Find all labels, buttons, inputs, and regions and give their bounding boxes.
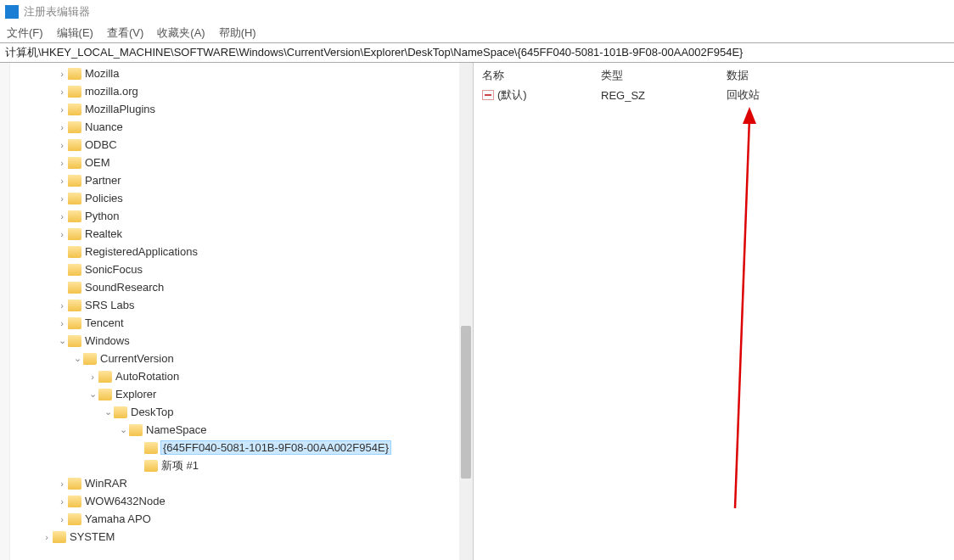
value-row[interactable]: (默认) REG_SZ 回收站 xyxy=(482,87,954,104)
tree-node[interactable]: CurrentVersion xyxy=(10,350,459,367)
value-type: REG_SZ xyxy=(601,89,727,102)
tree-node[interactable]: DeskTop xyxy=(10,403,459,421)
folder-icon xyxy=(68,68,81,80)
chevron-icon[interactable] xyxy=(56,318,68,328)
tree-label: MozillaPlugins xyxy=(85,103,155,115)
col-type[interactable]: 类型 xyxy=(601,68,727,83)
folder-icon xyxy=(144,460,158,472)
tree-node[interactable]: Mozilla xyxy=(10,64,459,82)
tree-label: DeskTop xyxy=(131,406,174,418)
chevron-icon[interactable] xyxy=(56,496,68,507)
chevron-icon[interactable] xyxy=(71,353,83,364)
chevron-icon[interactable] xyxy=(87,389,98,400)
titlebar: 注册表编辑器 xyxy=(0,0,954,24)
tree-node[interactable]: SRS Labs xyxy=(10,296,459,314)
menu-favorites[interactable]: 收藏夹(A) xyxy=(157,25,205,41)
chevron-icon[interactable] xyxy=(56,122,68,132)
folder-icon xyxy=(144,442,158,454)
chevron-icon[interactable] xyxy=(56,479,68,489)
chevron-icon[interactable] xyxy=(56,229,68,239)
address-bar[interactable]: 计算机\HKEY_LOCAL_MACHINE\SOFTWARE\Windows\… xyxy=(0,42,954,63)
folder-icon xyxy=(68,121,81,133)
chevron-icon[interactable] xyxy=(56,104,68,115)
tree-node[interactable]: SoundResearch xyxy=(10,278,459,296)
chevron-icon[interactable] xyxy=(56,176,68,186)
folder-icon xyxy=(68,496,81,507)
tree-node[interactable]: NameSpace xyxy=(10,421,459,439)
chevron-icon[interactable] xyxy=(41,532,53,542)
tree-node[interactable]: Partner xyxy=(10,171,459,189)
chevron-icon[interactable] xyxy=(56,69,68,79)
tree-gutter xyxy=(0,63,10,560)
folder-icon xyxy=(68,264,81,276)
chevron-icon[interactable] xyxy=(56,514,68,524)
col-data[interactable]: 数据 xyxy=(727,68,749,83)
tree-node[interactable]: Windows xyxy=(10,332,459,350)
tree-node[interactable]: Nuance xyxy=(10,118,459,136)
values-panel: 名称 类型 数据 (默认) REG_SZ 回收站 xyxy=(474,63,954,560)
tree-label: WinRAR xyxy=(85,477,127,490)
tree-label: {645FF040-5081-101B-9F08-00AA002F954E} xyxy=(161,441,390,454)
tree-node[interactable]: Policies xyxy=(10,189,459,207)
tree-label: WOW6432Node xyxy=(85,495,166,507)
chevron-icon[interactable] xyxy=(56,140,68,150)
tree-scrollbar[interactable] xyxy=(459,63,473,560)
tree-label: 新项 #1 xyxy=(161,458,199,473)
app-icon xyxy=(5,5,19,19)
tree-node[interactable]: mozilla.org xyxy=(10,82,459,100)
chevron-icon[interactable] xyxy=(102,406,114,417)
tree-node[interactable]: OEM xyxy=(10,154,459,171)
tree-label: Policies xyxy=(85,192,123,204)
chevron-icon[interactable] xyxy=(56,87,68,97)
menu-edit[interactable]: 编辑(E) xyxy=(57,25,93,41)
tree-node[interactable]: MozillaPlugins xyxy=(10,100,459,118)
folder-icon xyxy=(68,246,81,258)
tree-node[interactable]: Explorer xyxy=(10,385,459,403)
menu-view[interactable]: 查看(V) xyxy=(107,25,143,41)
tree-node[interactable]: SonicFocus xyxy=(10,260,459,278)
folder-icon xyxy=(68,157,81,169)
folder-icon xyxy=(68,175,81,187)
tree-label: Tencent xyxy=(85,316,124,329)
svg-marker-1 xyxy=(743,107,756,124)
chevron-icon[interactable] xyxy=(56,211,68,221)
tree-node[interactable]: Tencent xyxy=(10,314,459,332)
folder-icon xyxy=(68,513,81,525)
tree-label: Windows xyxy=(85,334,130,347)
tree-label: Python xyxy=(85,210,119,222)
chevron-icon[interactable] xyxy=(87,372,98,382)
chevron-icon[interactable] xyxy=(56,193,68,204)
value-data: 回收站 xyxy=(727,87,760,103)
folder-icon xyxy=(68,317,81,329)
tree-node[interactable]: ODBC xyxy=(10,136,459,154)
tree-node[interactable]: AutoRotation xyxy=(10,367,459,385)
col-name[interactable]: 名称 xyxy=(482,68,601,83)
tree-node[interactable]: WinRAR xyxy=(10,474,459,492)
tree-label: Explorer xyxy=(115,388,156,400)
menu-file[interactable]: 文件(F) xyxy=(7,25,43,41)
column-headers[interactable]: 名称 类型 数据 xyxy=(482,68,954,83)
tree-node[interactable]: RegisteredApplications xyxy=(10,243,459,260)
chevron-icon[interactable] xyxy=(117,424,129,435)
tree-node[interactable]: Realtek xyxy=(10,225,459,243)
tree-node[interactable]: {645FF040-5081-101B-9F08-00AA002F954E} xyxy=(10,439,459,456)
tree-node[interactable]: 新项 #1 xyxy=(10,456,459,474)
chevron-icon[interactable] xyxy=(56,335,68,346)
chevron-icon[interactable] xyxy=(56,158,68,168)
tree-label: SonicFocus xyxy=(85,263,143,276)
folder-icon xyxy=(68,139,81,151)
tree-node[interactable]: Python xyxy=(10,207,459,225)
tree-node[interactable]: Yamaha APO xyxy=(10,510,459,528)
folder-icon xyxy=(68,228,81,240)
window-title: 注册表编辑器 xyxy=(24,4,90,20)
folder-icon xyxy=(129,424,143,436)
scrollbar-thumb[interactable] xyxy=(461,326,471,479)
chevron-icon[interactable] xyxy=(56,300,68,311)
string-icon xyxy=(482,90,494,100)
tree-node[interactable]: WOW6432Node xyxy=(10,492,459,510)
registry-tree[interactable]: Mozillamozilla.orgMozillaPluginsNuanceOD… xyxy=(10,63,459,560)
tree-node[interactable]: SYSTEM xyxy=(10,528,459,546)
folder-icon xyxy=(68,335,81,347)
menu-help[interactable]: 帮助(H) xyxy=(219,25,256,41)
tree-label: Nuance xyxy=(85,120,123,133)
